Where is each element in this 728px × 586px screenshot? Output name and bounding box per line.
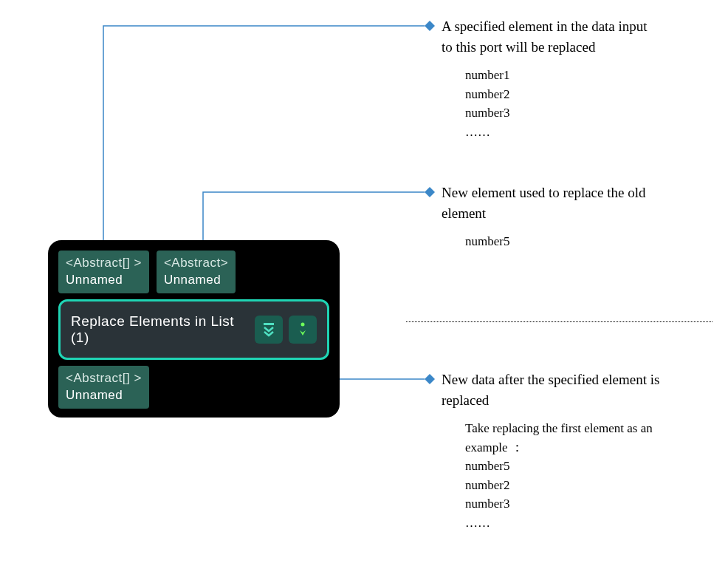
annotation-input1-item: …… [465,123,648,142]
annotation-output1-item: number2 [465,476,678,495]
node-body[interactable]: Replace Elements in List (1) [58,299,329,360]
port-type-label: <Abstract> [164,255,228,272]
svg-marker-3 [425,374,435,384]
annotation-input1-item: number1 [465,66,648,85]
annotation-input2-title: New element used to replace the old elem… [442,183,663,223]
annotation-input2-item: number5 [465,232,663,251]
annotation-output1: New data after the specified element is … [442,369,678,532]
input-ports-row: <Abstract[] > Unnamed <Abstract> Unnamed [58,251,329,293]
annotation-output1-item: …… [465,514,678,533]
port-name-label: Unnamed [164,272,228,289]
port-name-label: Unnamed [66,272,142,289]
annotation-input1-item: number2 [465,85,648,104]
section-divider [406,321,712,322]
svg-point-5 [301,322,305,326]
arrow-down-icon [295,321,311,338]
double-chevron-down-icon [261,321,277,338]
node-title: Replace Elements in List (1) [71,313,255,346]
svg-rect-4 [264,323,274,325]
info-button[interactable] [289,316,317,344]
output-port-1[interactable]: <Abstract[] > Unnamed [58,366,149,409]
input-port-2[interactable]: <Abstract> Unnamed [157,251,236,293]
annotation-output1-item: number5 [465,457,678,476]
svg-marker-1 [425,187,435,197]
annotation-input1: A specified element in the data input to… [442,16,648,141]
annotation-output1-intro: Take replacing the first element as an e… [465,419,678,457]
expand-button[interactable] [255,316,283,344]
node-buttons-group [255,316,317,344]
node-container: <Abstract[] > Unnamed <Abstract> Unnamed… [48,240,340,418]
annotation-input1-item: number3 [465,103,648,123]
input-port-1[interactable]: <Abstract[] > Unnamed [58,251,149,293]
annotation-input2: New element used to replace the old elem… [442,183,663,251]
annotation-output1-title: New data after the specified element is … [442,369,678,410]
svg-marker-0 [425,21,435,31]
annotation-input1-title: A specified element in the data input to… [442,16,648,57]
port-type-label: <Abstract[] > [66,255,142,272]
port-name-label: Unnamed [66,387,142,404]
output-ports-row: <Abstract[] > Unnamed [58,366,329,409]
annotation-output1-item: number3 [465,494,678,514]
port-type-label: <Abstract[] > [66,370,142,387]
